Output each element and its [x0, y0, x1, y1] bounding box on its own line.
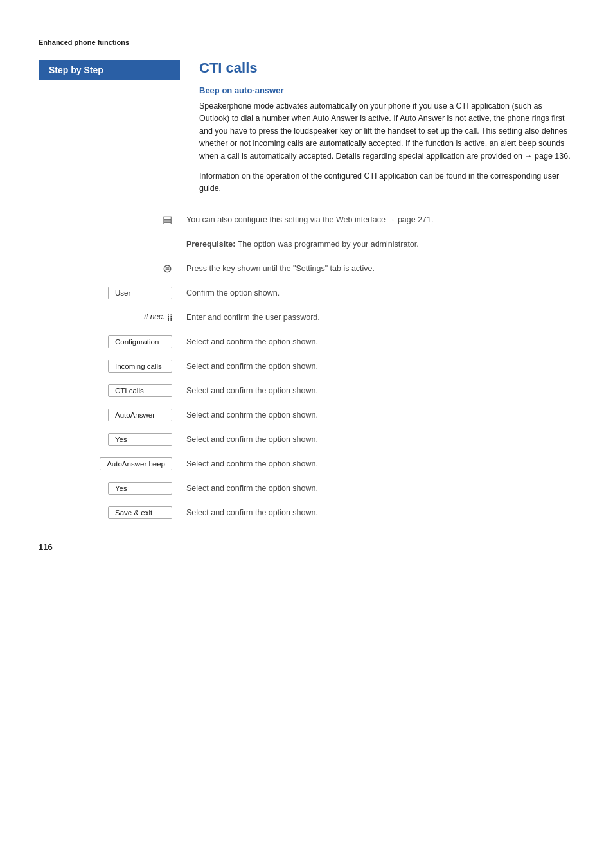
step-instruction: Enter and confirm the user password. [180, 313, 574, 322]
menu-button[interactable]: Yes [108, 482, 172, 495]
step-row: Incoming calls Select and confirm the op… [39, 356, 574, 376]
menu-button[interactable]: Configuration [108, 335, 172, 348]
body-paragraph-1: Speakerphone mode activates automaticall… [199, 100, 574, 163]
step-instruction: Select and confirm the option shown. [180, 508, 574, 517]
step-row: Configuration Select and confirm the opt… [39, 332, 574, 352]
step-row: User Confirm the option shown. [39, 283, 574, 303]
step-instruction: Confirm the option shown. [180, 288, 574, 297]
menu-button[interactable]: AutoAnswer [108, 409, 172, 421]
body-paragraph-2: Information on the operation of the conf… [199, 170, 574, 195]
menu-button[interactable]: CTI calls [108, 384, 172, 397]
web-interface-icon: ▤ [163, 213, 172, 226]
step-row: Save & exit Select and confirm the optio… [39, 502, 574, 523]
menu-button[interactable]: Incoming calls [108, 360, 172, 373]
step-row: AutoAnswer beep Select and confirm the o… [39, 454, 574, 474]
cti-title: CTI calls [199, 60, 574, 76]
step-instruction: Select and confirm the option shown. [180, 435, 574, 444]
step-instruction: Select and confirm the option shown. [180, 484, 574, 493]
web-note-text: You can also configure this setting via … [180, 215, 574, 224]
step-instruction: Select and confirm the option shown. [180, 411, 574, 420]
step-by-step-box: Step by Step [39, 60, 180, 80]
step-row: Yes Select and confirm the option shown. [39, 429, 574, 450]
step-instruction: Select and confirm the option shown. [180, 337, 574, 346]
menu-button[interactable]: Yes [108, 433, 172, 446]
step-row: if nec. ⁞⁞ Enter and confirm the user pa… [39, 307, 574, 328]
menu-button[interactable]: User [108, 287, 172, 299]
step-instruction: Select and confirm the option shown. [180, 386, 574, 395]
step-row: Yes Select and confirm the option shown. [39, 478, 574, 499]
prerequisite-text: Prerequisite: The option was programmed … [180, 240, 574, 249]
arrow-1: → [525, 150, 533, 163]
page-number: 116 [39, 542, 574, 552]
settings-instruction: Press the key shown until the "Settings"… [180, 264, 574, 273]
settings-tab-icon: ⊜ [163, 261, 172, 276]
web-arrow: → [387, 215, 395, 224]
menu-button[interactable]: AutoAnswer beep [100, 457, 172, 470]
step-instruction: Select and confirm the option shown. [180, 362, 574, 371]
beep-subheading: Beep on auto-answer [199, 85, 574, 95]
menu-button[interactable]: Save & exit [108, 506, 172, 519]
step-row: AutoAnswer Select and confirm the option… [39, 405, 574, 425]
if-nec-label: if nec. ⁞⁞ [144, 312, 172, 323]
section-header: Enhanced phone functions [39, 39, 574, 49]
step-instruction: Select and confirm the option shown. [180, 459, 574, 468]
step-row: CTI calls Select and confirm the option … [39, 380, 574, 401]
